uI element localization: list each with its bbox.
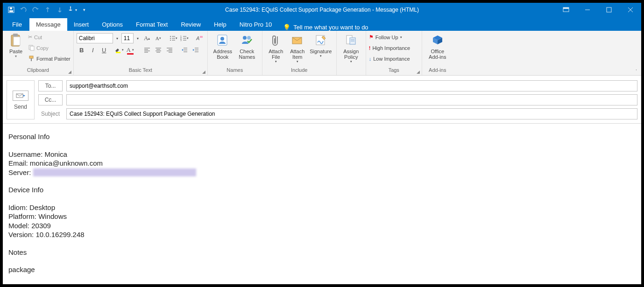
office-addins-button[interactable]: Office Add-ins [425,32,450,60]
svg-text:3: 3 [180,39,182,42]
font-size-dropdown-icon[interactable]: ▾ [134,33,141,43]
svg-rect-30 [200,36,203,38]
maximize-icon[interactable] [598,3,620,17]
check-names-label: Check Names [239,49,255,60]
signature-button[interactable]: Signature ▾ [308,32,333,58]
increase-indent-icon[interactable] [191,45,201,55]
address-book-button[interactable]: Address Book [211,32,235,60]
format-painter-button[interactable]: Format Painter [28,54,71,64]
copy-icon [28,44,35,52]
collapse-ribbon-icon[interactable]: ˑ [632,66,640,74]
tab-options[interactable]: Options [95,18,129,31]
send-icon [13,91,28,101]
decrease-indent-icon[interactable] [179,45,190,55]
clipboard-launcher-icon[interactable]: ◢ [68,70,71,74]
copy-button[interactable]: Copy [28,43,71,53]
grow-font-icon[interactable]: A▴ [142,33,152,43]
to-input[interactable] [66,80,637,91]
svg-rect-31 [116,52,120,53]
tell-me-search[interactable]: 💡 Tell me what you want to do [283,24,368,31]
save-icon[interactable] [6,4,17,15]
window-buttons [555,3,641,17]
notes-body: package [8,265,636,274]
tab-format-text[interactable]: Format Text [129,18,174,31]
italic-icon[interactable]: I [88,45,98,55]
assign-policy-icon [344,33,359,48]
scissors-icon: ✂ [28,34,32,40]
highlight-icon[interactable]: ▾ [114,45,124,55]
flag-icon: ⚑ [369,34,374,40]
ribbon-tabs: File Message Insert Options Format Text … [3,17,641,31]
previous-icon[interactable] [42,4,53,15]
align-right-icon[interactable] [164,45,175,55]
clear-formatting-icon[interactable]: A [194,33,205,43]
shrink-font-icon[interactable]: A▾ [153,33,163,43]
qat-customize-icon[interactable]: ▾ [78,4,90,15]
cc-button[interactable]: Cc... [38,94,63,105]
send-label: Send [14,104,27,110]
tags-launcher-icon[interactable]: ◢ [417,70,420,74]
align-center-icon[interactable] [153,45,163,55]
low-importance-button[interactable]: ↓Low Importance [369,54,410,64]
group-include: Attach File▾ Attach Item▾ Signature ▾ In… [262,31,337,75]
svg-point-3 [70,7,71,7]
group-basic-text: ▾ ▾ A▴ A▾ ▾ 123▾ A B I U ▾ A [74,31,208,75]
email-value: monica@unknown.com [30,159,103,167]
underline-icon[interactable]: U [99,45,109,55]
office-addins-label: Office Add-ins [429,49,446,60]
paste-button[interactable]: Paste ▾ [6,32,26,58]
high-importance-button[interactable]: !High Importance [369,43,410,53]
touch-mode-icon[interactable]: ▾ [66,4,78,15]
follow-up-button[interactable]: ⚑Follow Up▾ [369,32,410,42]
cut-button[interactable]: ✂Cut [28,32,71,42]
group-assign: Assign Policy▾ [337,31,366,75]
heading-device-info: Device Info [8,185,636,195]
exclamation-icon: ! [369,45,371,51]
address-book-icon [215,33,230,48]
svg-point-17 [170,36,171,37]
to-button[interactable]: To... [38,80,63,91]
paste-label: Paste [9,49,22,54]
check-names-button[interactable]: Check Names [235,32,259,60]
font-name-dropdown-icon[interactable]: ▾ [114,33,120,43]
tab-message[interactable]: Message [29,18,67,31]
group-label-include: Include [265,67,333,75]
svg-point-21 [170,40,171,41]
group-clipboard: Paste ▾ ✂Cut Copy Format Painter Clipboa… [3,31,74,75]
group-names: Address Book Check Names Names [208,31,262,75]
attach-item-button[interactable]: Attach Item▾ [287,32,308,63]
tab-nitro[interactable]: Nitro Pro 10 [233,18,278,31]
tab-help[interactable]: Help [207,18,233,31]
svg-point-19 [170,38,171,39]
tab-review[interactable]: Review [174,18,207,31]
close-icon[interactable] [620,3,641,17]
assign-policy-button[interactable]: Assign Policy▾ [340,32,363,63]
basic-text-launcher-icon[interactable]: ◢ [202,70,205,74]
group-label-names: Names [211,67,259,75]
quick-access-toolbar: ▾ ▾ [3,4,90,15]
tab-file[interactable]: File [5,18,29,31]
send-button[interactable]: Send [7,80,35,119]
group-label-tags: Tags [369,67,419,75]
version-value: 10.0.16299.248 [35,231,84,238]
font-size-input[interactable] [121,33,134,43]
numbering-icon[interactable]: 123▾ [179,33,190,43]
message-body[interactable]: Personal Info Username: Monica Email: mo… [3,124,641,283]
align-left-icon[interactable] [142,45,152,55]
window-title: Case 152943: EQuIS Collect Support Packa… [3,7,641,13]
ribbon-display-icon[interactable] [555,3,577,17]
undo-icon[interactable] [18,4,29,15]
check-names-icon [240,33,255,48]
subject-input[interactable] [66,108,637,119]
minimize-icon[interactable] [577,3,598,17]
redo-icon[interactable] [30,4,41,15]
font-color-icon[interactable]: A▾ [125,45,135,55]
next-icon[interactable] [54,4,65,15]
bold-icon[interactable]: B [77,45,87,55]
tab-insert[interactable]: Insert [67,18,96,31]
cc-input[interactable] [66,94,637,105]
group-label-clipboard: Clipboard [6,67,71,75]
font-name-input[interactable] [77,33,113,43]
bullets-icon[interactable]: ▾ [168,33,178,43]
attach-file-button[interactable]: Attach File▾ [265,32,287,63]
